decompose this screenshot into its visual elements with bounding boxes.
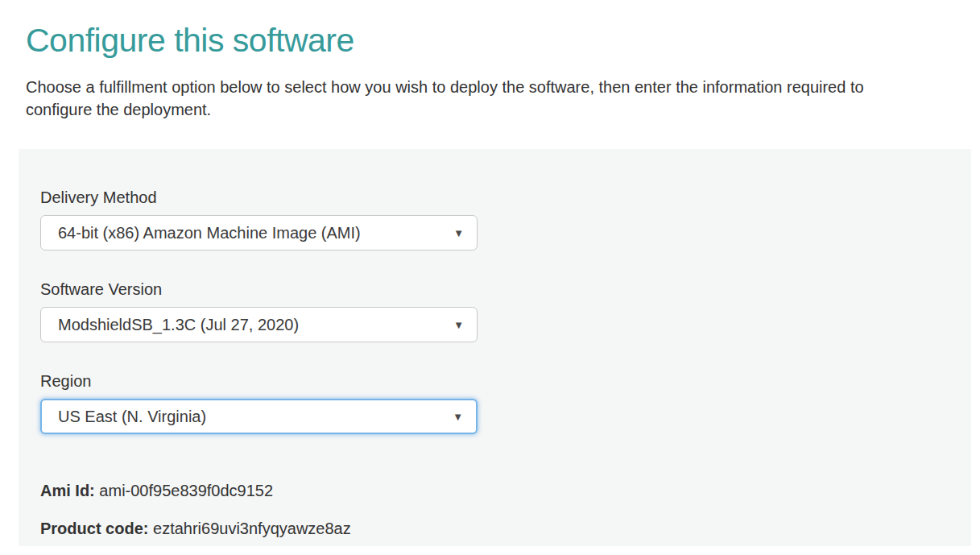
ami-id-value: ami-00f95e839f0dc9152 bbox=[99, 482, 273, 499]
product-code-label: Product code: bbox=[40, 520, 153, 537]
ami-id-label: Ami Id: bbox=[40, 482, 99, 499]
page-title: Configure this software bbox=[26, 21, 980, 60]
fulfillment-config-card: Delivery Method 64-bit (x86) Amazon Mach… bbox=[19, 149, 971, 546]
chevron-down-icon: ▼ bbox=[453, 320, 464, 330]
chevron-down-icon: ▼ bbox=[453, 412, 463, 422]
delivery-method-select[interactable]: 64-bit (x86) Amazon Machine Image (AMI) … bbox=[40, 215, 478, 251]
page-description: Choose a fulfillment option below to sel… bbox=[26, 76, 899, 121]
region-value: US East (N. Virginia) bbox=[58, 408, 206, 426]
delivery-method-value: 64-bit (x86) Amazon Machine Image (AMI) bbox=[58, 224, 361, 242]
configure-software-page: Configure this software Choose a fulfill… bbox=[0, 21, 980, 555]
delivery-method-field: Delivery Method 64-bit (x86) Amazon Mach… bbox=[40, 188, 971, 251]
software-version-value: ModshieldSB_1.3C (Jul 27, 2020) bbox=[58, 316, 299, 334]
region-field: Region US East (N. Virginia) ▼ bbox=[40, 371, 971, 434]
software-version-label: Software Version bbox=[40, 280, 971, 299]
software-version-field: Software Version ModshieldSB_1.3C (Jul 2… bbox=[40, 280, 971, 342]
product-code-value: eztahri69uvi3nfyqyawze8az bbox=[153, 520, 351, 537]
region-label: Region bbox=[40, 371, 971, 391]
delivery-method-label: Delivery Method bbox=[40, 188, 971, 207]
product-code-line: Product code: eztahri69uvi3nfyqyawze8az bbox=[40, 519, 971, 538]
chevron-down-icon: ▼ bbox=[453, 228, 464, 238]
software-version-select[interactable]: ModshieldSB_1.3C (Jul 27, 2020) ▼ bbox=[40, 307, 478, 342]
ami-id-line: Ami Id: ami-00f95e839f0dc9152 bbox=[40, 481, 971, 500]
region-select[interactable]: US East (N. Virginia) ▼ bbox=[40, 399, 478, 434]
